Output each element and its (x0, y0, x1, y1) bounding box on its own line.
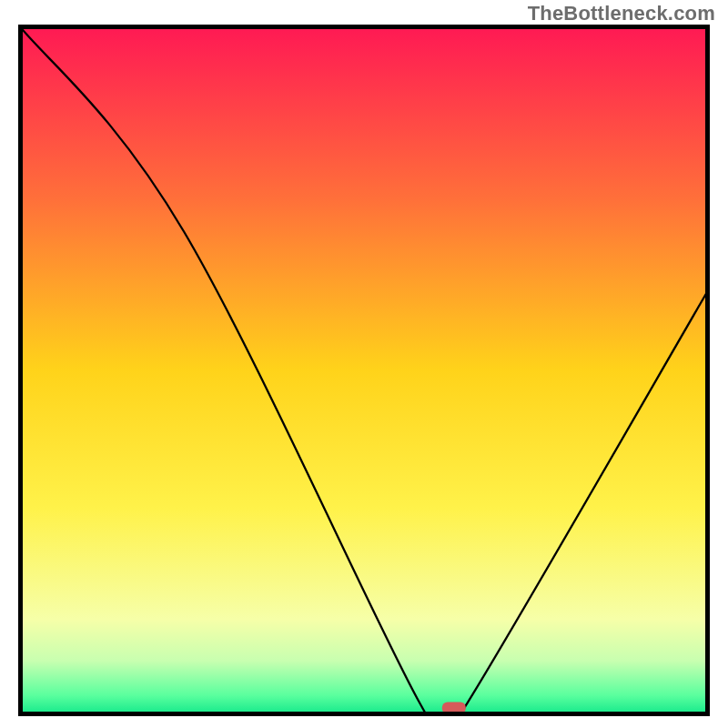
chart-svg (0, 0, 728, 728)
watermark-label: TheBottleneck.com (528, 2, 715, 25)
gradient-background (18, 25, 710, 716)
bottleneck-chart: TheBottleneck.com (0, 0, 728, 728)
